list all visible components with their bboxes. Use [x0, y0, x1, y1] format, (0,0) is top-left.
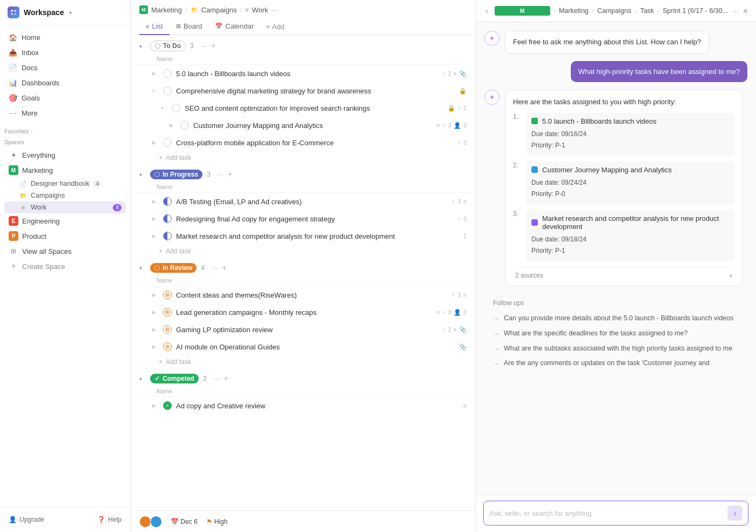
sidebar-item-home[interactable]: 🏠 Home [4, 30, 126, 45]
sidebar-item-marketing[interactable]: M Marketing [4, 163, 126, 178]
ai-breadcrumb-task[interactable]: Task [640, 7, 654, 15]
section-todo-header[interactable]: ▾ To Do 3 ··· + [131, 35, 475, 55]
table-row[interactable]: ▶ Gaming LP optimization review ⑂ 2 ≡ 📎 [131, 321, 475, 338]
in-review-add-button[interactable]: + [222, 263, 227, 273]
table-row[interactable]: ▶ Redesigning final Ad copy for engageme… [131, 210, 475, 227]
in-progress-actions[interactable]: ··· [217, 170, 224, 179]
inbox-icon: 📥 [9, 48, 17, 57]
sidebar-item-goals[interactable]: 🎯 Goals [4, 90, 126, 105]
sidebar-item-engineering[interactable]: E Engineering [4, 213, 126, 228]
completed-actions[interactable]: ··· [213, 374, 219, 383]
expand-icon[interactable]: ▶ [152, 71, 159, 76]
in-progress-col-headers: Name [131, 183, 475, 193]
sidebar-nav: 🏠 Home 📥 Inbox 📄 Docs 📊 Dashboards 🎯 Goa… [0, 25, 130, 125]
tab-board[interactable]: ⊞ Board [170, 18, 209, 35]
followup-item-2[interactable]: → What are the specific deadlines for th… [493, 326, 739, 341]
breadcrumb-work[interactable]: Work [252, 6, 268, 14]
sidebar-item-campaigns[interactable]: 📁 Campaigns [4, 190, 126, 201]
followup-item-1[interactable]: → Can you provide more details about the… [493, 311, 739, 326]
todo-add-task-button[interactable]: + Add task [131, 151, 475, 164]
task-meta: ⑂ 3 [457, 139, 467, 146]
workspace-chevron-icon[interactable]: ▾ [69, 10, 72, 16]
in-progress-add-button[interactable]: + [227, 170, 232, 179]
ai-chat-input[interactable] [489, 509, 723, 517]
section-in-review-header[interactable]: ▾ In Review 4 ··· + [131, 258, 475, 276]
followup-item-3[interactable]: → What are the subtasks associated with … [493, 341, 739, 356]
tab-calendar[interactable]: 📅 Calendar [208, 18, 260, 35]
expand-icon[interactable]: ▶ [152, 140, 159, 145]
sidebar-item-create-space[interactable]: + Create Space [4, 259, 126, 274]
expand-icon[interactable]: ▶ [152, 309, 159, 315]
section-in-progress-header[interactable]: ▾ In Progress 3 ··· + [131, 164, 475, 183]
ai-more-icon[interactable]: ··· [732, 7, 738, 15]
table-row[interactable]: ▶ Content ideas and themes(RiseWares) ⑂ … [131, 286, 475, 304]
sidebar-item-product[interactable]: P Product [4, 228, 126, 244]
expand-icon[interactable]: ▶ [152, 344, 159, 349]
ai-breadcrumb-sprint[interactable]: Sprint 1 (6/17 - 6/30... [663, 7, 728, 15]
table-row[interactable]: ▶ Market research and competitor analysi… [131, 227, 475, 245]
sidebar-item-more[interactable]: ⋯ More [4, 105, 126, 120]
expand-icon[interactable]: ▶ [152, 292, 159, 298]
sidebar-item-docs[interactable]: 📄 Docs [4, 60, 126, 75]
upgrade-button[interactable]: 👤 Upgrade [4, 514, 49, 526]
add-view-button[interactable]: + Add [260, 19, 290, 35]
table-row[interactable]: ▾ Comprehensive digital marketing strate… [131, 82, 475, 99]
expand-icon[interactable]: ▶ [170, 123, 176, 128]
sidebar-item-dashboards[interactable]: 📊 Dashboards [4, 75, 126, 90]
expand-icon[interactable]: ▶ [152, 403, 159, 408]
expand-icon[interactable]: ▶ [152, 216, 159, 221]
expand-icon[interactable]: ▾ [152, 88, 159, 93]
in-review-add-task-button[interactable]: + Add task [131, 355, 475, 368]
task-meta: ⑂ 3 [457, 216, 467, 222]
sidebar-item-work[interactable]: ≡ Work 8 [4, 201, 126, 213]
task-name: A/B Testing (Email, LP and Ad creatives) [176, 198, 447, 206]
task-meta: ≡ ⑂ 3 👤 2 [436, 122, 467, 129]
sidebar-item-everything[interactable]: ✦ Everything [4, 147, 126, 163]
ai-send-button[interactable]: › [727, 506, 742, 521]
in-review-actions[interactable]: ··· [211, 264, 218, 272]
expand-icon[interactable]: ▶ [152, 327, 159, 332]
todo-actions[interactable]: ··· [200, 42, 207, 50]
breadcrumb-marketing[interactable]: Marketing [151, 6, 182, 14]
breadcrumb-campaigns[interactable]: Campaigns [201, 6, 237, 14]
in-progress-add-task-button[interactable]: + Add task [131, 245, 475, 258]
table-row[interactable]: ▶ Cross-platform mobile application for … [131, 134, 475, 151]
sidebar-item-designer-handbook[interactable]: 📄 Designer handbook 4 [4, 178, 126, 190]
task-status-in-progress [163, 197, 172, 206]
section-completed-header[interactable]: ▾ ✓ Competed 3 ··· + [131, 368, 475, 387]
table-row[interactable]: ▶ AI module on Operational Guides 📎 [131, 338, 475, 355]
table-row[interactable]: ▶ 5.0 launch - Billboards launch videos … [131, 65, 475, 82]
ai-close-icon[interactable]: ✕ [742, 7, 748, 15]
help-button[interactable]: ❓ Help [93, 514, 126, 526]
favorites-section-label[interactable]: Favorites › [0, 125, 130, 136]
expand-icon[interactable]: ▶ [152, 199, 159, 204]
expand-icon[interactable]: ▾ [161, 105, 167, 111]
due-date-label-1: Due date: [531, 130, 559, 138]
todo-add-button[interactable]: + [211, 41, 215, 51]
task-name: Ad copy and Creative review [176, 402, 459, 410]
branch-icon: ⑂ [457, 139, 461, 146]
sidebar-item-view-all-spaces[interactable]: ⊞ View all Spaces [4, 244, 126, 259]
tab-list[interactable]: ≡ List [139, 18, 170, 35]
sources-row[interactable]: 2 sources ▾ [513, 267, 734, 279]
table-row[interactable]: ▶ Customer Journey Mapping and Analytics… [131, 117, 475, 134]
task-meta: 📎 [459, 344, 467, 351]
ai-breadcrumb-campaigns[interactable]: Campaigns [597, 7, 631, 15]
ai-breadcrumb-marketing[interactable]: Marketing [559, 7, 589, 15]
in-review-chevron-icon: ▾ [139, 265, 146, 271]
followup-item-4[interactable]: → Are the any comments or updates on the… [493, 356, 739, 371]
table-row[interactable]: ▶ A/B Testing (Email, LP and Ad creative… [131, 193, 475, 210]
table-row[interactable]: ▶ ✓ Ad copy and Creative review ≡ [131, 397, 475, 414]
sidebar-goals-label: Goals [22, 94, 40, 102]
table-row[interactable]: ▶ Lead generation campaigns - Monthly re… [131, 304, 475, 321]
sidebar-item-inbox[interactable]: 📥 Inbox [4, 45, 126, 60]
ai-panel-back-button[interactable]: ‹ [483, 5, 490, 16]
table-row[interactable]: ▾ SEO and content optimization for impro… [131, 99, 475, 117]
add-task-plus-icon2: + [159, 247, 163, 255]
task-card-2-header: Customer Journey Mapping and Analytics [531, 166, 729, 174]
completed-add-button[interactable]: + [224, 374, 228, 383]
equals-icon: ≡ [436, 309, 440, 315]
expand-icon[interactable]: ▶ [152, 233, 159, 239]
breadcrumb-more[interactable]: ··· [272, 6, 278, 14]
view-tabs: ≡ List ⊞ Board 📅 Calendar + Add [139, 18, 467, 35]
